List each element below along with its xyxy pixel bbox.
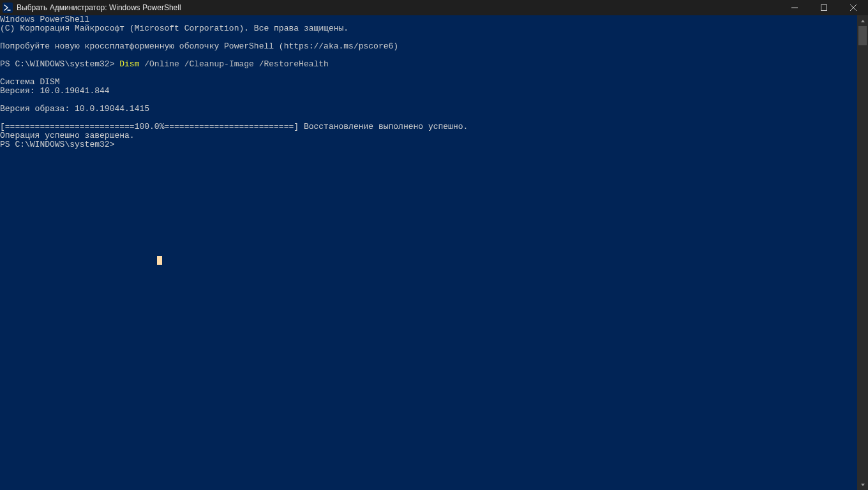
powershell-window: Выбрать Администратор: Windows PowerShel… — [0, 0, 868, 490]
svg-marker-6 — [861, 20, 865, 22]
command-args: /Online /Cleanup-Image /RestoreHealth — [139, 59, 328, 69]
success-line: Операция успешно завершена. — [0, 131, 857, 140]
try-pscore-line: Попробуйте новую кроссплатформенную обол… — [0, 42, 857, 51]
command-keyword: Dism — [119, 59, 139, 69]
banner-line-2: (C) Корпорация Майкрософт (Microsoft Cor… — [0, 24, 857, 33]
client-area: Windows PowerShell (C) Корпорация Майкро… — [0, 15, 868, 490]
vertical-scrollbar[interactable] — [857, 15, 868, 490]
progress-line: [==========================100.0%=======… — [0, 122, 857, 131]
command-line: PS C:\WINDOWS\system32> Dism /Online /Cl… — [0, 60, 857, 69]
image-version-line: Версия образа: 10.0.19044.1415 — [0, 105, 857, 114]
text-cursor — [157, 256, 162, 265]
blank-line — [0, 51, 857, 60]
scrollbar-thumb[interactable] — [858, 26, 867, 45]
blank-line — [0, 114, 857, 122]
scroll-down-button[interactable] — [857, 479, 868, 490]
titlebar[interactable]: Выбрать Администратор: Windows PowerShel… — [0, 0, 868, 15]
scroll-up-button[interactable] — [857, 15, 868, 26]
window-controls — [780, 0, 868, 15]
svg-rect-3 — [821, 5, 827, 11]
maximize-button[interactable] — [809, 0, 839, 15]
blank-line — [0, 33, 857, 42]
prompt-line-2: PS C:\WINDOWS\system32> — [0, 140, 857, 149]
banner-line-1: Windows PowerShell — [0, 15, 857, 24]
close-button[interactable] — [839, 0, 868, 15]
svg-marker-7 — [861, 484, 865, 486]
window-title: Выбрать Администратор: Windows PowerShel… — [17, 3, 181, 12]
prompt-text: PS C:\WINDOWS\system32> — [0, 59, 119, 69]
minimize-button[interactable] — [780, 0, 809, 15]
dism-version-line: Версия: 10.0.19041.844 — [0, 87, 857, 96]
blank-line — [0, 69, 857, 78]
terminal-area[interactable]: Windows PowerShell (C) Корпорация Майкро… — [0, 15, 857, 490]
blank-line — [0, 96, 857, 105]
dism-header-line: Cистема DISM — [0, 78, 857, 87]
powershell-icon — [3, 3, 13, 13]
